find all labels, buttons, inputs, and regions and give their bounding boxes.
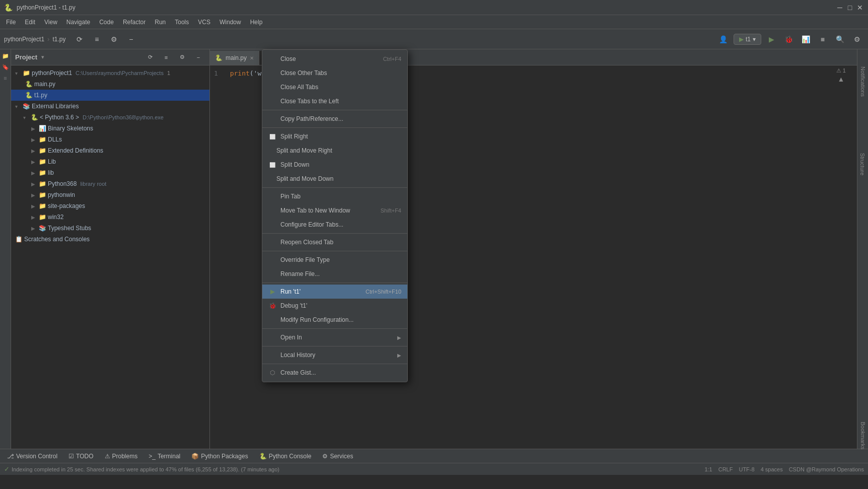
tree-item-scratches[interactable]: 📋 Scratches and Consoles	[11, 234, 209, 245]
user-button[interactable]: 👤	[716, 32, 731, 46]
tree-item-binary-skeletons[interactable]: ▶ 📊 Binary Skeletons	[11, 123, 209, 134]
problems-icon: ⚠	[105, 453, 110, 460]
menu-vcs[interactable]: VCS	[194, 17, 214, 27]
notifications-label[interactable]: Notifications	[860, 66, 866, 97]
ctx-override-file-type[interactable]: Override File Type	[262, 253, 407, 267]
tree-item-site-packages[interactable]: ▶ 📁 site-packages	[11, 200, 209, 212]
structure-sidebar-icon[interactable]: ≡	[1, 74, 10, 83]
ctx-local-history[interactable]: Local History ▶	[262, 348, 407, 362]
tree-item-main-py[interactable]: 🐍 main.py	[11, 79, 209, 90]
ctx-modify-run-config[interactable]: Modify Run Configuration...	[262, 313, 407, 327]
status-position[interactable]: 1:1	[704, 466, 712, 472]
bookmarks-sidebar-label[interactable]: Bookmarks	[860, 422, 866, 449]
run-button[interactable]: ▶	[764, 32, 778, 46]
ctx-create-gist[interactable]: ⬡ Create Gist...	[262, 366, 407, 380]
ctx-pin-tab[interactable]: Pin Tab	[262, 189, 407, 203]
tab-problems[interactable]: ⚠ Problems	[100, 451, 143, 461]
tree-item-typeshed[interactable]: ▶ 📚 Typeshed Stubs	[11, 223, 209, 234]
ctx-close-all-tabs[interactable]: Close All Tabs	[262, 80, 407, 94]
project-minimize-icon[interactable]: −	[191, 50, 205, 64]
ctx-configure-editor-tabs[interactable]: Configure Editor Tabs...	[262, 218, 407, 232]
ctx-split-right[interactable]: ⬜ Split Right	[262, 129, 407, 144]
tab-todo[interactable]: ☑ TODO	[63, 451, 98, 461]
minimize-panel-button[interactable]: −	[124, 32, 138, 46]
ctx-debug-t1[interactable]: 🐞 Debug 't1'	[262, 299, 407, 313]
tree-item-lib-cap[interactable]: ▶ 📁 Lib	[11, 156, 209, 167]
ctx-close-tabs-left-label: Close Tabs to the Left	[280, 98, 339, 105]
menu-view[interactable]: View	[40, 17, 61, 27]
tab-terminal[interactable]: >_ Terminal	[143, 451, 185, 461]
tree-label-python368: Python368	[48, 180, 77, 187]
ctx-close-other-tabs[interactable]: Close Other Tabs	[262, 66, 407, 80]
todo-label: TODO	[76, 453, 93, 460]
close-button[interactable]: ✕	[856, 4, 864, 12]
status-branch[interactable]: CSDN @Raymond Operations	[789, 466, 864, 472]
tab-python-console[interactable]: 🐍 Python Console	[254, 451, 317, 461]
tab-close-main-py[interactable]: ✕	[250, 55, 254, 61]
title-bar-controls[interactable]: ─ □ ✕	[836, 4, 864, 12]
binary-skeletons-icon: 📊	[39, 125, 46, 132]
ctx-run-t1[interactable]: ▶ Run 't1' Ctrl+Shift+F10	[262, 285, 407, 299]
menu-refactor[interactable]: Refactor	[119, 17, 150, 27]
menu-run[interactable]: Run	[151, 17, 170, 27]
project-sync-icon[interactable]: ⟳	[143, 50, 157, 64]
project-icon[interactable]: 📁	[1, 51, 10, 60]
ctx-close[interactable]: Close Ctrl+F4	[262, 52, 407, 66]
menu-navigate[interactable]: Navigate	[62, 17, 94, 27]
ctx-split-move-right[interactable]: Split and Move Right	[262, 144, 407, 158]
run-configuration-button[interactable]: ▶ t1 ▾	[734, 34, 761, 45]
tab-version-control[interactable]: ⎇ Version Control	[2, 451, 62, 461]
tree-item-pythonwin[interactable]: ▶ 📁 pythonwin	[11, 189, 209, 200]
ctx-reopen-closed-tab[interactable]: Reopen Closed Tab	[262, 235, 407, 249]
coverage-button[interactable]: 📊	[799, 32, 813, 46]
menu-window[interactable]: Window	[215, 17, 245, 27]
ctx-reopen-closed-tab-label: Reopen Closed Tab	[280, 239, 333, 246]
ctx-split-move-down[interactable]: Split and Move Down	[262, 172, 407, 186]
scroll-up-btn[interactable]: ▲	[837, 75, 844, 83]
status-crlf[interactable]: CRLF	[718, 466, 733, 472]
gear-button[interactable]: ⚙	[107, 32, 121, 46]
tree-item-t1-py[interactable]: 🐍 t1.py	[11, 90, 209, 101]
vc-label: Version Control	[16, 453, 57, 460]
stop-button[interactable]: ■	[816, 32, 830, 46]
tree-item-root[interactable]: ▾ 📁 pythonProject1 C:\Users\raymond\Pych…	[11, 67, 209, 79]
search-toolbar-button[interactable]: 🔍	[833, 32, 847, 46]
tab-services[interactable]: ⚙ Services	[317, 451, 358, 461]
status-spaces[interactable]: 4 spaces	[761, 466, 783, 472]
structure-label[interactable]: Structure	[860, 153, 866, 176]
sync-button[interactable]: ⟳	[73, 32, 87, 46]
tree-arrow-python36: ▾	[23, 115, 29, 120]
menu-code[interactable]: Code	[95, 17, 118, 27]
tree-item-python368[interactable]: ▶ 📁 Python368 library root	[11, 178, 209, 189]
menu-edit[interactable]: Edit	[21, 17, 39, 27]
minimize-button[interactable]: ─	[836, 4, 844, 12]
ctx-copy-path[interactable]: Copy Path/Reference...	[262, 112, 407, 126]
ctx-split-down[interactable]: ⬜ Split Down	[262, 158, 407, 172]
maximize-button[interactable]: □	[846, 4, 854, 12]
ctx-rename-file[interactable]: Rename File...	[262, 267, 407, 281]
local-history-icon	[268, 351, 276, 359]
tree-item-dlls[interactable]: ▶ 📁 DLLs	[11, 134, 209, 145]
tab-python-packages[interactable]: 📦 Python Packages	[186, 451, 253, 461]
project-settings-icon[interactable]: ⚙	[175, 50, 189, 64]
ctx-close-tabs-left[interactable]: Close Tabs to the Left	[262, 94, 407, 108]
tree-item-ext-libs[interactable]: ▾ 📚 External Libraries	[11, 101, 209, 112]
tree-item-python36[interactable]: ▾ 🐍 < Python 3.6 > D:\Python\Python368\p…	[11, 112, 209, 123]
tree-item-lib[interactable]: ▶ 📁 lib	[11, 167, 209, 178]
status-charset[interactable]: UTF-8	[739, 466, 754, 472]
tree-item-ext-defs[interactable]: ▶ 📁 Extended Definitions	[11, 145, 209, 156]
menu-tools[interactable]: Tools	[171, 17, 193, 27]
ctx-move-tab-window[interactable]: Move Tab to New Window Shift+F4	[262, 203, 407, 218]
tree-item-win32[interactable]: ▶ 📁 win32	[11, 212, 209, 223]
bookmark-icon[interactable]: 🔖	[1, 62, 10, 72]
status-message: Indexing completed in 25 sec. Shared ind…	[12, 466, 279, 472]
menu-file[interactable]: File	[2, 17, 20, 27]
project-dropdown-arrow[interactable]: ▾	[41, 54, 44, 60]
settings-toolbar-button[interactable]: ⚙	[850, 32, 864, 46]
ctx-open-in[interactable]: Open In ▶	[262, 330, 407, 344]
debug-button[interactable]: 🐞	[781, 32, 795, 46]
collapse-all-button[interactable]: ≡	[90, 32, 104, 46]
tab-main-py[interactable]: 🐍 main.py ✕	[210, 51, 259, 65]
project-collapse-icon[interactable]: ≡	[159, 50, 173, 64]
menu-help[interactable]: Help	[246, 17, 267, 27]
